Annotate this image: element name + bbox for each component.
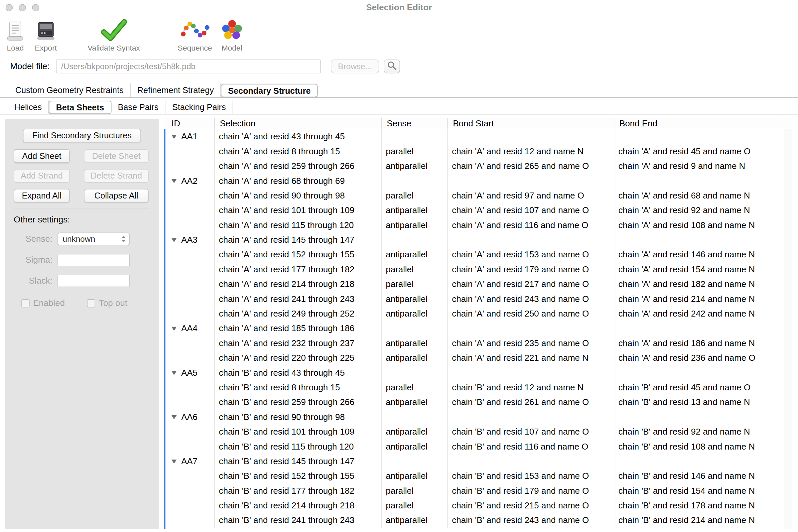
table-row[interactable]: chain 'A' and resid 8 through 15parallel… (165, 144, 784, 158)
cell-bond-end (614, 129, 784, 144)
table-row[interactable]: chain 'B' and resid 177 through 182paral… (165, 483, 784, 498)
slack-label: Slack: (14, 276, 52, 286)
cell-selection: chain 'A' and resid 152 through 155 (215, 247, 382, 262)
table-row[interactable]: AA1chain 'A' and resid 43 through 45 (165, 129, 784, 144)
table-row[interactable]: chain 'A' and resid 101 through 109antip… (165, 203, 784, 218)
tab-refinement-strategy[interactable]: Refinement Strategy (131, 83, 221, 97)
disclosure-triangle-icon[interactable] (172, 238, 176, 242)
tab-stacking-pairs[interactable]: Stacking Pairs (166, 100, 233, 114)
column-header-bond-start[interactable]: Bond Start (448, 118, 614, 129)
table-row[interactable]: chain 'B' and resid 115 through 120antip… (165, 439, 784, 454)
table-body[interactable]: AA1chain 'A' and resid 43 through 45chai… (164, 129, 784, 529)
table-row[interactable]: AA7chain 'B' and resid 145 through 147 (165, 454, 784, 469)
cell-bond-end: chain 'A' and resid 182 and name N (614, 277, 784, 291)
table-row[interactable]: chain 'A' and resid 214 through 218paral… (165, 277, 784, 291)
table-row[interactable]: chain 'A' and resid 90 through 98paralle… (165, 188, 784, 203)
cell-sense: parallel (382, 483, 448, 498)
toolbar-item-label: Model (222, 43, 242, 52)
add-strand-button[interactable]: Add Strand (14, 169, 70, 183)
cell-bond-start (448, 129, 614, 144)
table-row[interactable]: chain 'B' and resid 8 through 15parallel… (165, 380, 784, 395)
column-header-bond-end[interactable]: Bond End (614, 118, 782, 129)
cell-selection: chain 'B' and resid 90 through 98 (215, 410, 382, 424)
minimize-window-button[interactable] (19, 4, 26, 11)
table-row[interactable]: chain 'B' and resid 241 through 243antip… (165, 513, 784, 528)
table-row[interactable]: AA6chain 'B' and resid 90 through 98 (165, 410, 784, 424)
cell-id: AA4 (165, 321, 214, 336)
table-row[interactable]: chain 'B' and resid 101 through 109antip… (165, 424, 784, 439)
expand-all-button[interactable]: Expand All (14, 189, 70, 203)
cell-bond-start: chain 'B' and resid 116 and name O (448, 439, 614, 454)
model-spheres-icon (220, 15, 243, 42)
cell-bond-start: chain 'B' and resid 12 and name N (448, 380, 614, 395)
cell-sense: antiparallel (382, 513, 448, 528)
toolbar-item-label: Sequence (177, 43, 212, 52)
cell-id (165, 218, 214, 232)
table-row[interactable]: chain 'A' and resid 241 through 243antip… (165, 291, 784, 306)
load-button[interactable]: Load (5, 15, 25, 52)
cell-id: AA6 (165, 410, 214, 424)
zoom-window-button[interactable] (32, 4, 39, 11)
tab-beta-sheets[interactable]: Beta Sheets (49, 100, 111, 114)
sequence-button[interactable]: Sequence (177, 15, 212, 52)
find-secondary-structures-button[interactable]: Find Secondary Structures (23, 129, 141, 142)
table-row[interactable]: chain 'A' and resid 249 through 252antip… (165, 306, 784, 321)
delete-strand-button[interactable]: Delete Strand (84, 169, 149, 183)
cell-bond-end: chain 'B' and resid 92 and name N (614, 424, 784, 439)
column-header-sense[interactable]: Sense (382, 118, 448, 129)
close-window-button[interactable] (6, 4, 13, 11)
enabled-checkbox[interactable] (21, 299, 29, 307)
table-row[interactable]: AA3chain 'A' and resid 145 through 147 (165, 232, 784, 247)
disclosure-triangle-icon[interactable] (172, 179, 176, 183)
validate-syntax-button[interactable]: Validate Syntax (88, 15, 140, 52)
table-row[interactable]: chain 'A' and resid 259 through 266antip… (165, 159, 784, 174)
model-button[interactable]: Model (220, 15, 243, 52)
table-row[interactable]: chain 'A' and resid 177 through 182paral… (165, 262, 784, 277)
cell-sense (382, 365, 448, 380)
add-sheet-button[interactable]: Add Sheet (14, 149, 70, 163)
table-row[interactable]: chain 'A' and resid 232 through 237antip… (165, 336, 784, 350)
column-header-selection[interactable]: Selection (215, 118, 382, 129)
tab-base-pairs[interactable]: Base Pairs (111, 100, 166, 114)
sigma-field[interactable] (58, 254, 130, 266)
tab-helices[interactable]: Helices (8, 100, 49, 114)
disclosure-triangle-icon[interactable] (172, 415, 176, 419)
sense-dropdown[interactable]: unknown (58, 232, 130, 245)
cell-sense: antiparallel (382, 203, 448, 218)
table-row[interactable]: AA2chain 'A' and resid 68 through 69 (165, 174, 784, 188)
slack-field[interactable] (58, 275, 130, 287)
model-file-input[interactable] (56, 59, 321, 73)
tab-secondary-structure[interactable]: Secondary Structure (221, 84, 318, 97)
cell-id (165, 351, 214, 365)
browse-button[interactable]: Browse... (331, 59, 379, 73)
cell-bond-end: chain 'A' and resid 214 and name N (614, 291, 784, 306)
search-button[interactable] (384, 59, 400, 73)
table-row[interactable]: AA4chain 'A' and resid 185 through 186 (165, 321, 784, 336)
table-row[interactable]: chain 'A' and resid 115 through 120antip… (165, 218, 784, 232)
delete-sheet-button[interactable]: Delete Sheet (84, 149, 149, 163)
table-row[interactable]: chain 'B' and resid 214 through 218paral… (165, 498, 784, 513)
cell-bond-end (614, 365, 784, 380)
top-out-checkbox[interactable] (87, 299, 95, 307)
export-button[interactable]: Export (35, 15, 57, 52)
disclosure-triangle-icon[interactable] (172, 326, 176, 330)
table-row[interactable]: chain 'A' and resid 152 through 155antip… (165, 247, 784, 262)
disclosure-triangle-icon[interactable] (172, 459, 176, 463)
disclosure-triangle-icon[interactable] (172, 371, 176, 375)
column-header-id[interactable]: ID (165, 118, 214, 129)
cell-id (165, 395, 214, 410)
cell-sense (382, 232, 448, 247)
table-row[interactable]: chain 'A' and resid 220 through 225antip… (165, 351, 784, 365)
cell-sense (382, 321, 448, 336)
cell-bond-start (448, 232, 614, 247)
table-row[interactable]: chain 'B' and resid 152 through 155antip… (165, 469, 784, 483)
cell-bond-start: chain 'A' and resid 243 and name O (448, 291, 614, 306)
disclosure-triangle-icon[interactable] (172, 135, 176, 139)
table-row[interactable]: AA5chain 'B' and resid 43 through 45 (165, 365, 784, 380)
cell-sense: antiparallel (382, 336, 448, 350)
cell-sense (382, 410, 448, 424)
tab-custom-geometry-restraints[interactable]: Custom Geometry Restraints (8, 83, 131, 97)
collapse-all-button[interactable]: Collapse All (84, 189, 149, 203)
table-row[interactable]: chain 'B' and resid 259 through 266antip… (165, 395, 784, 410)
vertical-scrollbar[interactable] (784, 129, 792, 529)
